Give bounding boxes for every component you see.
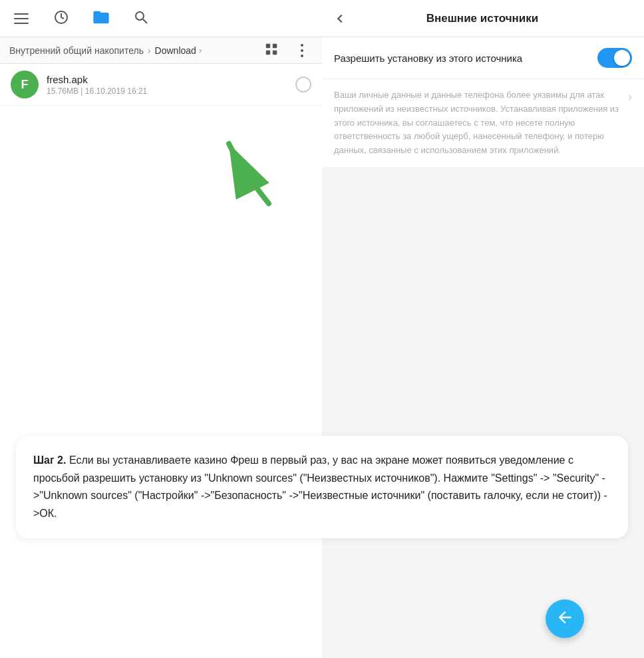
breadcrumb-separator: › — [148, 45, 151, 56]
search-button[interactable] — [130, 8, 152, 29]
right-topbar: Внешние источники — [322, 0, 644, 37]
allow-install-toggle[interactable] — [597, 48, 632, 68]
search-icon — [133, 9, 149, 28]
svg-rect-3 — [266, 43, 270, 47]
grid-view-button[interactable] — [261, 40, 282, 61]
svg-rect-6 — [273, 50, 277, 54]
hamburger-icon — [14, 13, 29, 24]
breadcrumb-chevron-icon: › — [199, 45, 202, 55]
svg-rect-5 — [266, 50, 270, 54]
svg-point-1 — [136, 12, 144, 20]
svg-line-2 — [143, 19, 147, 23]
file-info: fresh.apk 15.76MB | 16.10.2019 16:21 — [47, 74, 295, 96]
settings-card: Разрешить установку из этого источника В… — [322, 37, 644, 167]
file-list-area: F fresh.apk 15.76MB | 16.10.2019 16:21 — [0, 64, 322, 658]
instruction-body: Если вы устанавливаете казино Фреш в пер… — [33, 454, 607, 518]
hamburger-menu-button[interactable] — [11, 8, 32, 29]
file-select-checkbox[interactable] — [295, 77, 311, 92]
allow-install-label: Разрешить установку из этого источника — [334, 51, 597, 65]
green-arrow-annotation — [209, 130, 302, 210]
more-icon — [301, 44, 303, 57]
breadcrumb: Внутренний общий накопитель › Download › — [0, 37, 322, 64]
instruction-box: Шаг 2. Если вы устанавливаете казино Фре… — [16, 436, 628, 538]
left-panel: Внутренний общий накопитель › Download › — [0, 0, 322, 658]
allow-install-row: Разрешить установку из этого источника — [322, 37, 644, 79]
more-options-button[interactable] — [291, 40, 313, 61]
history-button[interactable] — [51, 8, 72, 29]
instruction-text: Шаг 2. Если вы устанавливаете казино Фре… — [33, 452, 611, 522]
chevron-right-icon: › — [628, 90, 632, 104]
file-item[interactable]: F fresh.apk 15.76MB | 16.10.2019 16:21 — [0, 64, 322, 106]
file-meta: 15.76MB | 16.10.2019 16:21 — [47, 86, 295, 96]
fab-icon — [556, 608, 574, 629]
file-name: fresh.apk — [47, 74, 295, 85]
clock-icon — [53, 9, 69, 28]
file-type-icon: F — [11, 71, 39, 98]
folder-button[interactable] — [90, 8, 112, 29]
folder-icon — [92, 8, 110, 29]
svg-rect-4 — [273, 43, 277, 47]
instruction-step: Шаг 2. — [33, 454, 66, 466]
right-panel-title: Внешние источники — [355, 12, 609, 25]
breadcrumb-root[interactable]: Внутренний общий накопитель — [9, 45, 144, 56]
breadcrumb-icons — [261, 40, 313, 61]
gray-area — [322, 167, 644, 658]
right-panel: Внешние источники Разрешить установку из… — [322, 0, 644, 658]
warning-row: Ваши личные данные и данные телефона бол… — [322, 79, 644, 167]
fab-button[interactable] — [546, 599, 584, 638]
warning-text: Ваши личные данные и данные телефона бол… — [334, 88, 623, 158]
breadcrumb-current[interactable]: Download — [155, 45, 196, 56]
back-button[interactable] — [333, 11, 347, 26]
grid-icon — [264, 42, 279, 59]
left-topbar — [0, 0, 322, 37]
